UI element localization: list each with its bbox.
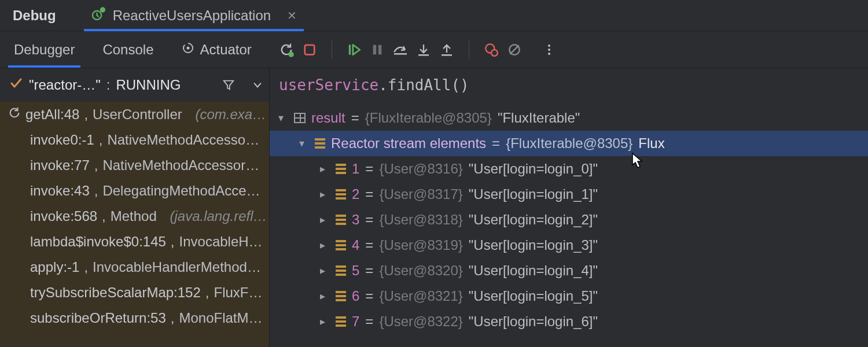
variables-panel: userService.findAll() ▾ result = {FluxIt… — [269, 68, 868, 347]
reset-frame-icon — [8, 106, 21, 123]
evaluate-expression-input[interactable]: userService.findAll() — [270, 68, 868, 102]
tab-console[interactable]: Console — [89, 31, 167, 68]
panel-title: Debug — [13, 8, 56, 24]
divider — [469, 40, 469, 59]
actuator-icon — [181, 41, 195, 58]
chevron-down-icon[interactable] — [246, 73, 269, 97]
object-icon — [336, 291, 346, 301]
svg-point-1 — [100, 7, 105, 12]
thread-name: "reactor-…" — [29, 77, 101, 93]
variable-node[interactable]: ▾ result = {FluxIterable@8305} "FluxIter… — [270, 105, 868, 131]
chevron-right-icon[interactable]: ▸ — [315, 264, 330, 277]
stop-button[interactable] — [298, 38, 321, 61]
more-icon[interactable] — [538, 38, 561, 61]
step-over-button[interactable] — [389, 38, 412, 61]
svg-rect-8 — [394, 53, 407, 55]
stack-frame[interactable]: trySubscribeScalarMap:152, FluxF… — [0, 280, 269, 305]
chevron-right-icon[interactable]: ▸ — [315, 188, 330, 201]
svg-point-15 — [548, 49, 550, 51]
stack-frame[interactable]: subscribeOrReturn:53, MonoFlatM… — [0, 305, 269, 331]
step-into-button[interactable] — [412, 38, 435, 61]
close-icon[interactable]: ✕ — [287, 9, 297, 23]
svg-rect-10 — [442, 54, 452, 56]
svg-rect-9 — [418, 54, 429, 56]
frame-list[interactable]: getAll:48, UserController (com.exa… invo… — [0, 102, 269, 347]
object-icon — [336, 265, 346, 276]
step-out-button[interactable] — [435, 38, 458, 61]
object-icon — [336, 215, 346, 225]
chevron-right-icon[interactable]: ▸ — [315, 315, 330, 328]
svg-point-16 — [548, 53, 550, 55]
result-icon — [294, 113, 306, 123]
object-icon — [336, 164, 346, 174]
stack-frame[interactable]: invoke:77, NativeMethodAccessor… — [0, 153, 269, 178]
variable-node[interactable]: ▸ 4 = {User@8319} "User[login=login_3]" — [270, 232, 868, 258]
tab-actuator[interactable]: Actuator — [167, 31, 265, 68]
variable-node[interactable]: ▸ 2 = {User@8317} "User[login=login_1]" — [270, 182, 868, 207]
svg-point-3 — [187, 46, 190, 49]
variable-node[interactable]: ▸ 3 = {User@8318} "User[login=login_2]" — [270, 207, 868, 232]
svg-point-4 — [288, 51, 293, 57]
variable-node[interactable]: ▸ 1 = {User@8316} "User[login=login_0]" — [270, 156, 868, 182]
stack-frame[interactable]: lambda$invoke$0:145, InvocableH… — [0, 229, 269, 254]
stack-frame[interactable]: apply:-1, InvocableHandlerMethod… — [0, 254, 269, 280]
stack-frame[interactable]: invoke0:-1, NativeMethodAccesso… — [0, 127, 269, 153]
chevron-right-icon[interactable]: ▸ — [315, 290, 330, 302]
tab-debugger[interactable]: Debugger — [0, 31, 89, 68]
variables-tree[interactable]: ▾ result = {FluxIterable@8305} "FluxIter… — [270, 102, 868, 347]
svg-point-12 — [491, 50, 498, 56]
debug-panels: "reactor-…" : RUNNING getAll:48, UserCon… — [0, 68, 868, 347]
chevron-right-icon[interactable]: ▸ — [315, 239, 330, 252]
variable-node[interactable]: ▸ 7 = {User@8322} "User[login=login_6]" — [270, 309, 868, 334]
debug-toolbar: Debugger Console Actuator — [0, 31, 868, 68]
object-icon — [315, 138, 325, 149]
mute-breakpoints-button[interactable] — [503, 38, 526, 61]
stack-frame[interactable]: invoke:568, Method (java.lang.refl… — [0, 204, 269, 229]
svg-rect-6 — [373, 45, 377, 54]
svg-point-14 — [548, 45, 550, 47]
object-icon — [336, 316, 346, 327]
thread-selector[interactable]: "reactor-…" : RUNNING — [0, 68, 269, 102]
rerun-button[interactable] — [275, 38, 298, 61]
check-icon — [9, 76, 23, 94]
resume-button[interactable] — [343, 38, 366, 61]
run-config-tab[interactable]: ReactiveUsersApplication ✕ — [84, 0, 304, 31]
chevron-right-icon[interactable]: ▸ — [315, 163, 330, 175]
variable-node[interactable]: ▸ 6 = {User@8321} "User[login=login_5]" — [270, 283, 868, 309]
stack-frame[interactable]: getAll:48, UserController (com.exa… — [0, 102, 269, 127]
pause-button[interactable] — [366, 38, 389, 61]
stack-frame[interactable]: invoke:43, DelegatingMethodAcce… — [0, 178, 269, 204]
object-icon — [336, 189, 346, 200]
chevron-down-icon[interactable]: ▾ — [273, 112, 288, 124]
svg-rect-7 — [378, 45, 382, 54]
svg-rect-5 — [305, 45, 315, 54]
variable-node[interactable]: ▸ 5 = {User@8320} "User[login=login_4]" — [270, 258, 868, 283]
chevron-down-icon[interactable]: ▾ — [294, 137, 309, 150]
view-breakpoints-button[interactable] — [480, 38, 503, 61]
variable-node[interactable]: ▾ Reactor stream elements = {FluxIterabl… — [270, 131, 868, 156]
object-icon — [336, 240, 346, 250]
divider — [332, 40, 332, 59]
filter-icon[interactable] — [217, 73, 240, 97]
threads-frames-panel: "reactor-…" : RUNNING getAll:48, UserCon… — [0, 68, 269, 347]
run-icon — [91, 6, 107, 25]
thread-status: RUNNING — [116, 77, 181, 93]
debug-titlebar: Debug ReactiveUsersApplication ✕ — [0, 0, 868, 31]
run-config-name: ReactiveUsersApplication — [113, 8, 271, 24]
chevron-right-icon[interactable]: ▸ — [315, 213, 330, 226]
